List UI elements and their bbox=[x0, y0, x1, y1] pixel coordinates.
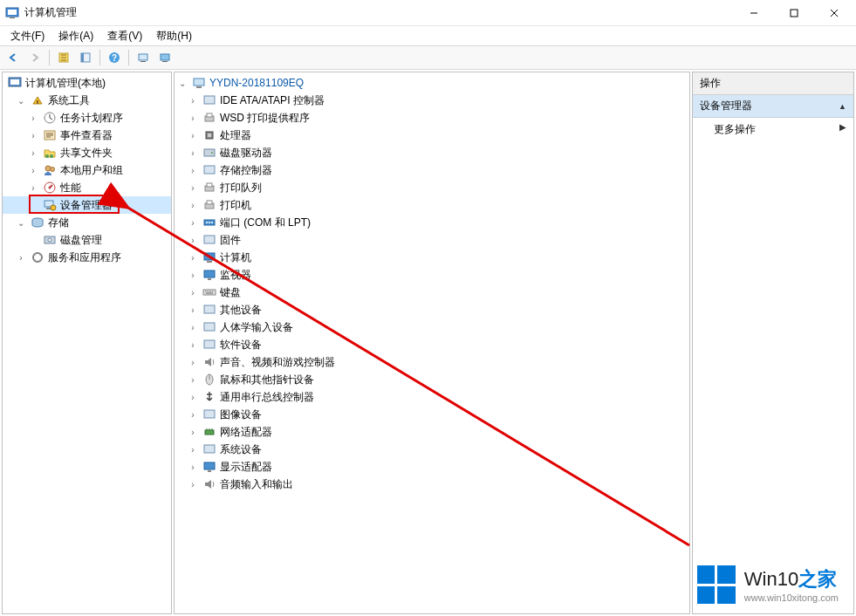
device-category-label: 打印机 bbox=[220, 198, 251, 213]
device-category[interactable]: ›系统设备 bbox=[175, 441, 689, 458]
tree-root-computer-mgmt[interactable]: 计算机管理(本地) bbox=[3, 74, 171, 92]
device-category[interactable]: ›处理器 bbox=[175, 127, 689, 144]
device-category[interactable]: ›软件设备 bbox=[175, 336, 689, 353]
properties-button[interactable] bbox=[76, 48, 95, 67]
tree-performance[interactable]: › 性能 bbox=[3, 179, 171, 196]
collapse-icon[interactable]: ⌄ bbox=[15, 94, 27, 106]
expand-icon[interactable]: › bbox=[187, 321, 199, 333]
actions-pane: 操作 设备管理器 ▲ 更多操作 ▶ bbox=[692, 72, 854, 614]
expand-icon[interactable]: › bbox=[15, 251, 27, 264]
expand-icon[interactable]: › bbox=[187, 147, 199, 159]
expand-icon[interactable]: › bbox=[187, 112, 199, 124]
collapse-triangle-icon[interactable]: ▲ bbox=[839, 102, 846, 111]
expand-icon[interactable]: › bbox=[187, 129, 199, 141]
expand-icon[interactable]: › bbox=[187, 234, 199, 246]
expand-icon[interactable]: › bbox=[187, 181, 199, 194]
toolbar-separator bbox=[49, 50, 50, 65]
expand-icon[interactable]: › bbox=[187, 461, 199, 473]
expand-icon[interactable]: › bbox=[187, 94, 199, 106]
svg-point-32 bbox=[48, 238, 51, 242]
expand-icon[interactable]: › bbox=[187, 164, 199, 176]
show-hide-tree-button[interactable] bbox=[54, 48, 73, 67]
close-button[interactable] bbox=[814, 0, 854, 26]
device-category[interactable]: ›人体学输入设备 bbox=[175, 318, 689, 336]
maximize-button[interactable] bbox=[774, 0, 814, 26]
expand-icon[interactable]: › bbox=[27, 112, 39, 124]
expand-icon[interactable]: › bbox=[187, 286, 199, 298]
svg-rect-57 bbox=[203, 290, 216, 295]
device-category[interactable]: ›网络适配器 bbox=[175, 423, 689, 441]
tree-storage[interactable]: ⌄ 存储 bbox=[3, 214, 171, 231]
tree-label: 事件查看器 bbox=[60, 128, 113, 143]
device-category[interactable]: ›打印机 bbox=[175, 196, 689, 214]
svg-point-49 bbox=[206, 222, 208, 223]
expand-icon[interactable]: › bbox=[187, 251, 199, 264]
menu-file[interactable]: 文件(F) bbox=[3, 27, 51, 45]
expand-icon[interactable]: › bbox=[187, 339, 199, 351]
svg-rect-34 bbox=[194, 79, 204, 86]
device-category[interactable]: ›端口 (COM 和 LPT) bbox=[175, 214, 689, 231]
scan-button[interactable] bbox=[134, 48, 153, 67]
svg-rect-41 bbox=[204, 149, 215, 156]
device-category[interactable]: ›通用串行总线控制器 bbox=[175, 388, 689, 406]
expand-icon[interactable]: › bbox=[187, 216, 199, 229]
device-root[interactable]: ⌄ YYDN-20181109EQ bbox=[175, 74, 689, 92]
back-button[interactable] bbox=[3, 48, 23, 67]
expand-icon[interactable]: › bbox=[187, 269, 199, 281]
tree-disk-mgmt[interactable]: › 磁盘管理 bbox=[3, 231, 171, 249]
device-category[interactable]: ›磁盘驱动器 bbox=[175, 144, 689, 161]
device-category[interactable]: ›计算机 bbox=[175, 249, 689, 266]
expand-icon[interactable]: › bbox=[187, 443, 199, 455]
expand-icon[interactable]: › bbox=[187, 304, 199, 316]
menu-help[interactable]: 帮助(H) bbox=[149, 27, 199, 45]
menu-action[interactable]: 操作(A) bbox=[51, 27, 100, 45]
device-category[interactable]: ›音频输入和输出 bbox=[175, 476, 689, 493]
tree-event-viewer[interactable]: › 事件查看器 bbox=[3, 127, 171, 144]
device-category-label: 软件设备 bbox=[220, 338, 262, 352]
tree-system-tools[interactable]: ⌄ 系统工具 bbox=[3, 92, 171, 109]
device-category-label: 存储控制器 bbox=[220, 163, 272, 178]
expand-icon[interactable]: › bbox=[187, 373, 199, 386]
device-category[interactable]: ›图像设备 bbox=[175, 406, 689, 423]
device-category[interactable]: ›鼠标和其他指针设备 bbox=[175, 371, 689, 388]
collapse-icon[interactable]: ⌄ bbox=[176, 77, 188, 89]
minimize-button[interactable] bbox=[734, 0, 774, 26]
device-category[interactable]: ›显示适配器 bbox=[175, 458, 689, 476]
device-category[interactable]: ›打印队列 bbox=[175, 179, 689, 196]
expand-icon[interactable]: › bbox=[27, 129, 39, 141]
device-category[interactable]: ›存储控制器 bbox=[175, 161, 689, 179]
expand-icon[interactable]: › bbox=[27, 164, 39, 176]
actions-more[interactable]: 更多操作 ▶ bbox=[693, 118, 853, 141]
help-button[interactable]: ? bbox=[105, 48, 124, 67]
device-category-label: 图像设备 bbox=[220, 407, 262, 422]
tree-local-users[interactable]: › 本地用户和组 bbox=[3, 161, 171, 179]
expand-icon[interactable]: › bbox=[187, 199, 199, 211]
expand-icon[interactable]: › bbox=[27, 147, 39, 159]
firmware-icon bbox=[202, 233, 216, 247]
device-category[interactable]: ›其他设备 bbox=[175, 301, 689, 318]
device-category[interactable]: ›声音、视频和游戏控制器 bbox=[175, 353, 689, 371]
device-category[interactable]: ›WSD 打印提供程序 bbox=[175, 109, 689, 127]
device-category[interactable]: ›IDE ATA/ATAPI 控制器 bbox=[175, 92, 689, 109]
device-category[interactable]: ›监视器 bbox=[175, 266, 689, 284]
collapse-icon[interactable]: ⌄ bbox=[15, 216, 27, 229]
tree-shared-folders[interactable]: › 共享文件夹 bbox=[3, 144, 171, 161]
actions-section[interactable]: 设备管理器 ▲ bbox=[693, 95, 853, 118]
view-button[interactable] bbox=[155, 48, 175, 67]
event-viewer-icon bbox=[43, 128, 57, 142]
device-category-label: 系统设备 bbox=[220, 442, 262, 457]
device-category[interactable]: ›固件 bbox=[175, 231, 689, 249]
expand-icon[interactable]: › bbox=[27, 181, 39, 194]
expand-icon[interactable]: › bbox=[187, 478, 199, 490]
expand-icon[interactable]: › bbox=[187, 426, 199, 438]
expand-icon[interactable]: › bbox=[187, 391, 199, 403]
forward-button[interactable] bbox=[25, 48, 45, 67]
tree-task-scheduler[interactable]: › 任务计划程序 bbox=[3, 109, 171, 127]
expand-icon[interactable]: › bbox=[187, 356, 199, 368]
expand-icon[interactable]: › bbox=[187, 408, 199, 421]
device-category[interactable]: ›键盘 bbox=[175, 284, 689, 301]
disk-drive-icon bbox=[202, 146, 216, 160]
menu-view[interactable]: 查看(V) bbox=[100, 27, 149, 45]
tree-services-apps[interactable]: › 服务和应用程序 bbox=[3, 249, 171, 266]
computer-mgmt-icon bbox=[8, 76, 22, 90]
